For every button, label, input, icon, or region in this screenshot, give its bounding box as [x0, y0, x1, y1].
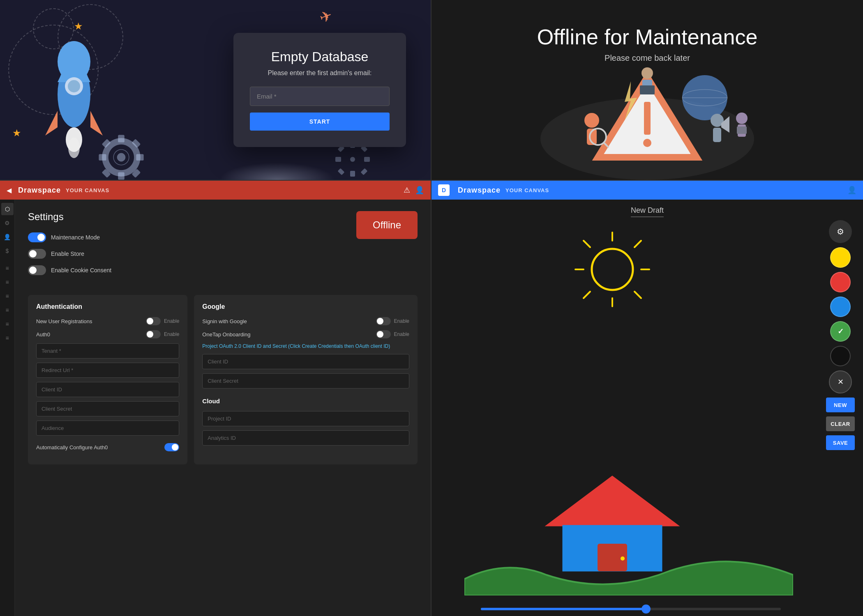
color-green[interactable]	[830, 321, 851, 342]
color-black[interactable]	[830, 346, 851, 366]
sidebar-item-menu5[interactable]: ≡	[1, 318, 14, 330]
cookie-label: Enable Cookie Consent	[51, 267, 111, 274]
sidebar-item-billing[interactable]: $	[1, 245, 14, 257]
sidebar-item-menu2[interactable]: ≡	[1, 276, 14, 288]
clear-button[interactable]: CLEAR	[826, 416, 855, 431]
signin-google-toggle[interactable]	[376, 317, 391, 325]
color-yellow[interactable]	[830, 247, 851, 268]
new-user-enable: Enable	[146, 317, 179, 325]
bottom-left-panel: ◀ Drawspace YOUR CANVAS ⚠ 👤 ⬡ ⚙ 👤 $ ≡ ≡ …	[0, 181, 432, 616]
tenant-input[interactable]	[36, 343, 179, 359]
new-user-enable-text: Enable	[164, 318, 179, 324]
canvas-settings-button[interactable]: ⚙	[829, 220, 852, 243]
svg-point-5	[68, 138, 80, 158]
settings-content: Settings Maintenance Mode	[15, 200, 431, 616]
cloud-bottom	[123, 155, 431, 180]
svg-line-53	[584, 241, 590, 247]
auto-config-toggle[interactable]	[164, 443, 179, 451]
sidebar-toggle-icon[interactable]: ◀	[7, 186, 12, 194]
canvas-title: New Draft	[631, 206, 664, 217]
auth-title: Authentication	[36, 303, 179, 310]
empty-database-dialog: Empty Database Please enter the first ad…	[233, 33, 406, 147]
sidebar-item-menu1[interactable]: ≡	[1, 262, 14, 274]
settings-toggles: Maintenance Mode Enable Store	[28, 232, 111, 275]
slider-fill	[481, 608, 646, 610]
hills-drawing	[464, 554, 793, 595]
user-icon-left[interactable]: 👤	[415, 186, 424, 195]
bottom-right-panel: D Drawspace YOUR CANVAS 👤 New Draft	[432, 181, 863, 616]
color-blue[interactable]	[830, 297, 851, 317]
redirect-url-input[interactable]	[36, 363, 179, 378]
maintenance-mode-toggle[interactable]	[28, 232, 46, 242]
analytics-id-input[interactable]	[202, 430, 409, 446]
enable-store-toggle[interactable]	[28, 249, 46, 259]
svg-marker-58	[547, 476, 678, 526]
onetap-knob	[377, 331, 383, 338]
offline-button[interactable]: Offline	[356, 211, 418, 239]
start-button[interactable]: START	[250, 113, 390, 131]
drawspace-header-left: ◀ Drawspace YOUR CANVAS ⚠ 👤	[0, 181, 431, 200]
cloud-title: Cloud	[202, 398, 409, 405]
canvas-area[interactable]: New Draft	[432, 200, 863, 616]
store-toggle-row: Enable Store	[28, 249, 111, 259]
eraser-button[interactable]: ✕	[829, 370, 852, 393]
sidebar-item-menu3[interactable]: ≡	[1, 290, 14, 302]
new-user-toggle[interactable]	[146, 317, 161, 325]
email-input[interactable]	[250, 87, 390, 106]
sidebar-item-settings[interactable]: ⚙	[1, 217, 14, 229]
warning-icon[interactable]: ⚠	[404, 186, 410, 195]
save-button[interactable]: SAVE	[826, 435, 855, 450]
client-id-input[interactable]	[36, 382, 179, 397]
sidebar-item-users[interactable]: 👤	[1, 231, 14, 243]
new-user-row: New User Registrations Enable	[36, 317, 179, 325]
audience-input[interactable]	[36, 421, 179, 436]
auth0-label: Auth0	[36, 331, 50, 338]
svg-line-54	[635, 292, 641, 298]
bottom-left-inner: ⬡ ⚙ 👤 $ ≡ ≡ ≡ ≡ ≡ ≡ Settings	[0, 200, 431, 616]
sun-drawing	[571, 228, 653, 310]
client-secret-input[interactable]	[36, 401, 179, 416]
right-toolbar: ⚙ ✕ NEW CLEAR SAVE	[826, 220, 855, 450]
google-client-secret-input[interactable]	[202, 373, 409, 388]
canvas-slider-container	[481, 608, 781, 610]
auto-config-knob	[172, 444, 178, 451]
project-id-input[interactable]	[202, 411, 409, 426]
svg-point-37	[584, 113, 599, 128]
auth-section: Authentication New User Registrations En…	[28, 295, 187, 464]
toggle-knob-3	[29, 267, 37, 274]
svg-rect-45	[713, 128, 721, 142]
star-2: ★	[12, 127, 21, 139]
slider-thumb[interactable]	[641, 605, 651, 614]
svg-rect-9	[99, 154, 106, 161]
toggle-knob-2	[29, 250, 37, 257]
drawspace-brand-right: Drawspace	[458, 186, 501, 195]
cookie-toggle-row: Enable Cookie Consent	[28, 265, 111, 275]
onetap-enable: Enable	[376, 330, 409, 338]
google-title: Google	[202, 303, 409, 310]
svg-point-3	[68, 80, 80, 92]
onetap-toggle[interactable]	[376, 330, 391, 338]
user-icon-right[interactable]: 👤	[847, 186, 856, 195]
signin-google-row: Signin with Google Enable	[202, 317, 409, 325]
signin-google-knob	[377, 318, 383, 324]
svg-point-57	[592, 249, 633, 290]
auto-config-label: Automatically Configure Auth0	[36, 444, 108, 451]
sidebar-item-menu4[interactable]: ≡	[1, 304, 14, 316]
top-left-panel: ★ ★ ★ ★ ✈	[0, 0, 432, 181]
sidebar-item-shapes[interactable]: ⬡	[1, 203, 14, 215]
toggle-knob	[37, 234, 45, 241]
oauth-link[interactable]: Project OAuth 2.0 Client ID and Secret (…	[202, 343, 409, 349]
google-client-id-input[interactable]	[202, 354, 409, 369]
color-red[interactable]	[830, 272, 851, 292]
auth0-enable-text: Enable	[164, 331, 179, 337]
top-right-panel: Offline for Maintenance Please come back…	[432, 0, 863, 181]
onetap-row: OneTap Onboarding Enable	[202, 330, 409, 338]
auth0-row: Auth0 Enable	[36, 330, 179, 338]
signin-google-enable: Enable	[376, 317, 409, 325]
maintenance-illustration	[528, 57, 766, 180]
auto-config-row: Automatically Configure Auth0	[36, 443, 179, 451]
cookie-consent-toggle[interactable]	[28, 265, 46, 275]
new-button[interactable]: NEW	[826, 398, 855, 412]
auth0-toggle[interactable]	[146, 330, 161, 338]
sidebar-item-menu6[interactable]: ≡	[1, 332, 14, 344]
